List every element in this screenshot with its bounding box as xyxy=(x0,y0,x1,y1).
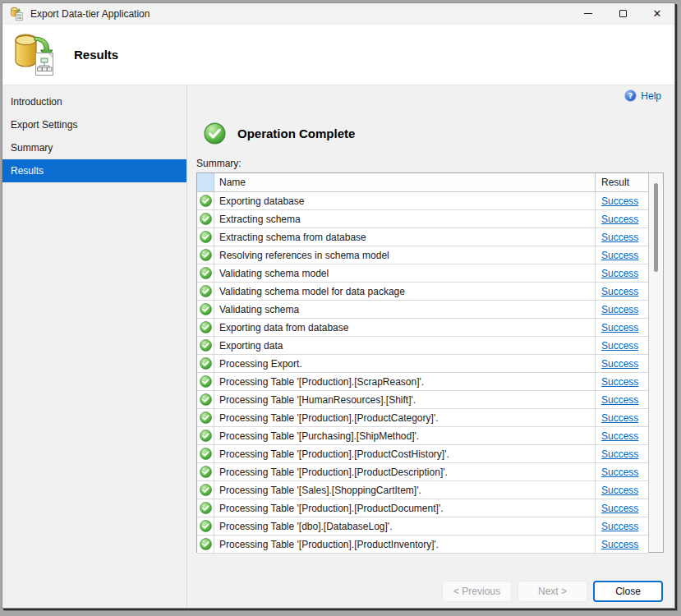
success-link[interactable]: Success xyxy=(601,214,638,225)
success-link[interactable]: Success xyxy=(601,376,638,388)
step-name: Validating schema xyxy=(214,301,595,318)
previous-button[interactable]: < Previous xyxy=(442,581,512,602)
table-row[interactable]: Processing Table '[Purchasing].[ShipMeth… xyxy=(197,427,648,445)
name-column-header[interactable]: Name xyxy=(214,173,595,191)
success-icon xyxy=(200,430,212,442)
step-name: Processing Table '[Sales].[ShoppingCartI… xyxy=(214,481,595,499)
table-row[interactable]: Processing Table '[Production].[ProductC… xyxy=(197,409,648,427)
success-link[interactable]: Success xyxy=(601,394,638,406)
result-column-header[interactable]: Result xyxy=(595,173,648,191)
wizard-steps-sidebar: Introduction Export Settings Summary Res… xyxy=(2,85,187,608)
table-row[interactable]: Processing Table '[Production].[ProductI… xyxy=(197,536,648,554)
step-name: Processing Table '[Production].[ProductI… xyxy=(214,536,595,553)
success-icon xyxy=(200,303,212,315)
step-name: Validating schema model for data package xyxy=(214,283,595,300)
success-link[interactable]: Success xyxy=(601,448,638,460)
success-link[interactable]: Success xyxy=(601,232,638,243)
success-link[interactable]: Success xyxy=(601,195,638,207)
step-name: Resolving references in schema model xyxy=(214,246,595,264)
success-link[interactable]: Success xyxy=(601,485,638,496)
success-link[interactable]: Success xyxy=(601,412,638,424)
results-page: ? Help Operation Complete Summary: xyxy=(187,85,674,608)
success-link[interactable]: Success xyxy=(601,521,638,532)
help-link[interactable]: ? Help xyxy=(624,90,661,102)
success-icon xyxy=(200,249,212,261)
step-name: Exporting data from database xyxy=(214,319,595,336)
export-dac-icon xyxy=(10,31,58,79)
minimize-icon xyxy=(584,13,592,14)
table-row[interactable]: Exporting data Success xyxy=(197,337,648,355)
step-name: Processing Table '[Production].[ProductD… xyxy=(214,463,595,480)
table-row[interactable]: Exporting data from database Success xyxy=(197,319,648,337)
step-name: Processing Table '[Production].[ProductC… xyxy=(214,445,595,462)
table-row[interactable]: Processing Table '[dbo].[DatabaseLog]'. … xyxy=(197,517,648,536)
step-name: Processing Table '[HumanResources].[Shif… xyxy=(214,391,595,408)
step-name: Processing Table '[Production].[ProductD… xyxy=(214,499,595,517)
icon-column-header[interactable] xyxy=(197,173,214,191)
sidebar-item-introduction[interactable]: Introduction xyxy=(2,90,186,113)
app-icon xyxy=(9,7,24,21)
sidebar-item-results[interactable]: Results xyxy=(2,159,186,182)
step-name: Processing Export. xyxy=(214,355,595,372)
title-bar: Export Data-tier Application ✕ xyxy=(2,3,674,25)
maximize-button[interactable] xyxy=(605,3,640,24)
success-icon xyxy=(200,321,212,333)
success-link[interactable]: Success xyxy=(601,503,638,514)
help-icon: ? xyxy=(624,90,637,102)
close-window-button[interactable]: ✕ xyxy=(640,3,674,24)
success-link[interactable]: Success xyxy=(601,467,638,478)
window-title: Export Data-tier Application xyxy=(30,8,150,20)
table-row[interactable]: Processing Table '[Production].[ScrapRea… xyxy=(197,373,648,391)
success-icon xyxy=(200,502,212,514)
success-link[interactable]: Success xyxy=(601,340,638,352)
table-row[interactable]: Processing Table '[HumanResources].[Shif… xyxy=(197,391,648,409)
help-label: Help xyxy=(641,90,661,102)
table-row[interactable]: Processing Table '[Production].[ProductC… xyxy=(197,445,648,463)
table-row[interactable]: Processing Table '[Production].[ProductD… xyxy=(197,463,648,481)
step-name: Extracting schema xyxy=(214,210,595,228)
scrollbar-thumb[interactable] xyxy=(654,183,658,272)
success-link[interactable]: Success xyxy=(601,268,638,279)
table-row[interactable]: Extracting schema Success xyxy=(197,210,648,228)
success-icon xyxy=(200,285,212,297)
table-row[interactable]: Validating schema Success xyxy=(197,301,648,319)
vertical-scrollbar[interactable] xyxy=(648,173,663,552)
sidebar-item-summary[interactable]: Summary xyxy=(2,136,186,159)
success-icon xyxy=(200,213,212,225)
svg-text:?: ? xyxy=(628,91,633,100)
success-icon xyxy=(200,484,212,496)
wizard-header: Results xyxy=(2,25,674,85)
table-row[interactable]: Extracting schema from database Success xyxy=(197,228,648,246)
results-table-header: Name Result xyxy=(197,173,648,192)
success-link[interactable]: Success xyxy=(601,322,638,333)
maximize-icon xyxy=(619,10,627,17)
minimize-button[interactable] xyxy=(571,3,605,24)
table-row[interactable]: Validating schema model for data package… xyxy=(197,283,648,301)
table-row[interactable]: Exporting database Success xyxy=(197,192,648,210)
success-link[interactable]: Success xyxy=(601,539,638,550)
success-link[interactable]: Success xyxy=(601,286,638,297)
success-icon xyxy=(200,375,212,388)
table-row[interactable]: Processing Export. Success xyxy=(197,355,648,373)
table-row[interactable]: Processing Table '[Production].[ProductD… xyxy=(197,499,648,517)
success-icon xyxy=(200,466,212,478)
close-button[interactable]: Close xyxy=(593,581,663,602)
table-row[interactable]: Resolving references in schema model Suc… xyxy=(197,246,648,264)
step-name: Processing Table '[Purchasing].[ShipMeth… xyxy=(214,427,595,444)
operation-status-title: Operation Complete xyxy=(237,126,355,140)
step-name: Validating schema model xyxy=(214,264,595,282)
table-row[interactable]: Processing Table '[Sales].[ShoppingCartI… xyxy=(197,481,648,499)
page-title: Results xyxy=(74,48,118,62)
table-row[interactable]: Validating schema model Success xyxy=(197,264,648,283)
success-link[interactable]: Success xyxy=(601,358,638,370)
success-link[interactable]: Success xyxy=(601,430,638,442)
success-link[interactable]: Success xyxy=(601,250,638,261)
next-button[interactable]: Next > xyxy=(518,581,587,602)
step-name: Processing Table '[Production].[ProductC… xyxy=(214,409,595,426)
success-link[interactable]: Success xyxy=(601,304,638,315)
operation-success-icon xyxy=(204,122,226,145)
wizard-buttons: < Previous Next > Close xyxy=(442,581,663,602)
results-table: Name Result Exporting database Success xyxy=(196,172,664,553)
sidebar-item-export-settings[interactable]: Export Settings xyxy=(2,113,186,136)
table-body: Exporting database Success Extracting sc… xyxy=(197,192,648,554)
